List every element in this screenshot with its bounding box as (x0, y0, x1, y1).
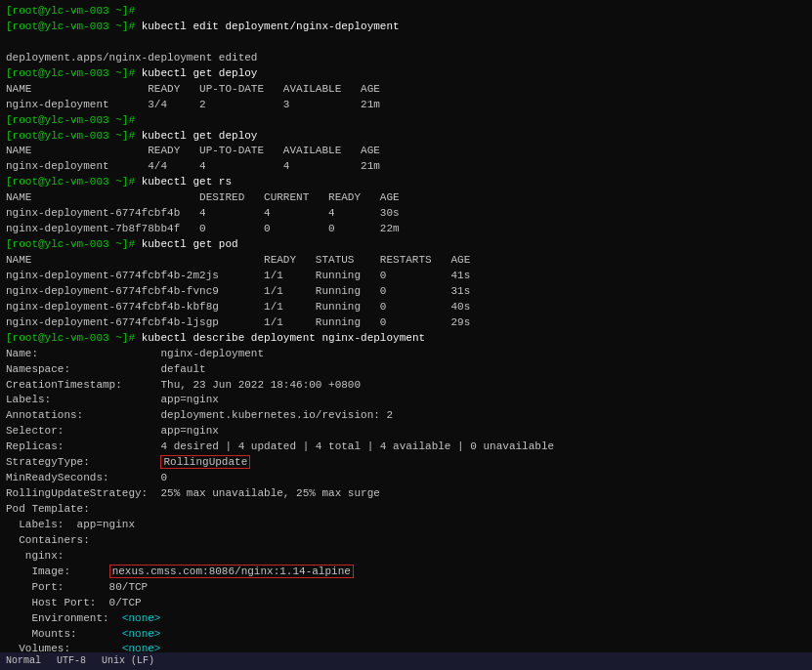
line-37: Image: nexus.cmss.com:8086/nginx:1.14-al… (6, 565, 806, 580)
line-17: NAME READY STATUS RESTARTS AGE (6, 253, 806, 269)
line-23: Name: nginx-deployment (6, 347, 806, 362)
line-28: Selector: app=nginx (6, 424, 806, 440)
line-36: nginx: (6, 549, 806, 565)
line-40: Environment: <none> (6, 611, 806, 627)
line-2: [root@ylc-vm-003 ~]# kubectl edit deploy… (6, 20, 806, 35)
status-encoding: UTF-8 (57, 654, 86, 669)
line-39: Host Port: 0/TCP (6, 596, 806, 611)
line-33: Pod Template: (6, 502, 806, 518)
line-10: NAME READY UP-TO-DATE AVAILABLE AGE (6, 144, 806, 159)
line-11: nginx-deployment 4/4 4 4 21m (6, 159, 806, 175)
line-29: Replicas: 4 desired | 4 updated | 4 tota… (6, 440, 806, 455)
line-13: NAME DESIRED CURRENT READY AGE (6, 190, 806, 206)
line-16: [root@ylc-vm-003 ~]# kubectl get pod (6, 237, 806, 253)
line-31: MinReadySeconds: 0 (6, 471, 806, 486)
line-12: [root@ylc-vm-003 ~]# kubectl get rs (6, 175, 806, 190)
line-5: [root@ylc-vm-003 ~]# kubectl get deploy (6, 66, 806, 82)
line-19: nginx-deployment-6774fcbf4b-fvnc9 1/1 Ru… (6, 284, 806, 300)
line-26: Labels: app=nginx (6, 393, 806, 408)
line-14: nginx-deployment-6774fcbf4b 4 4 4 30s (6, 206, 806, 222)
line-6: NAME READY UP-TO-DATE AVAILABLE AGE (6, 82, 806, 98)
line-34: Labels: app=nginx (6, 518, 806, 533)
line-30: StrategyType: RollingUpdate (6, 455, 806, 471)
line-38: Port: 80/TCP (6, 580, 806, 596)
terminal-output: [root@ylc-vm-003 ~]# [root@ylc-vm-003 ~]… (6, 4, 806, 670)
line-8: [root@ylc-vm-003 ~]# (6, 113, 806, 129)
line-32: RollingUpdateStrategy: 25% max unavailab… (6, 486, 806, 502)
line-22: [root@ylc-vm-003 ~]# kubectl describe de… (6, 331, 806, 347)
line-3 (6, 35, 806, 51)
line-21: nginx-deployment-6774fcbf4b-ljsgp 1/1 Ru… (6, 315, 806, 331)
line-9: [root@ylc-vm-003 ~]# kubectl get deploy (6, 129, 806, 145)
line-20: nginx-deployment-6774fcbf4b-kbf8g 1/1 Ru… (6, 300, 806, 315)
line-35: Containers: (6, 533, 806, 549)
status-line-ending: Unix (LF) (102, 654, 154, 669)
terminal-window: [root@ylc-vm-003 ~]# [root@ylc-vm-003 ~]… (0, 0, 812, 670)
status-mode: Normal (6, 654, 41, 669)
line-7: nginx-deployment 3/4 2 3 21m (6, 98, 806, 113)
line-41: Mounts: <none> (6, 627, 806, 643)
status-bar: Normal UTF-8 Unix (LF) (0, 652, 812, 671)
line-1: [root@ylc-vm-003 ~]# (6, 4, 806, 20)
line-4: deployment.apps/nginx-deployment edited (6, 51, 806, 66)
line-27: Annotations: deployment.kubernetes.io/re… (6, 408, 806, 424)
line-24: Namespace: default (6, 362, 806, 378)
line-15: nginx-deployment-7b8f78bb4f 0 0 0 22m (6, 222, 806, 237)
line-18: nginx-deployment-6774fcbf4b-2m2js 1/1 Ru… (6, 269, 806, 284)
line-25: CreationTimestamp: Thu, 23 Jun 2022 18:4… (6, 378, 806, 394)
